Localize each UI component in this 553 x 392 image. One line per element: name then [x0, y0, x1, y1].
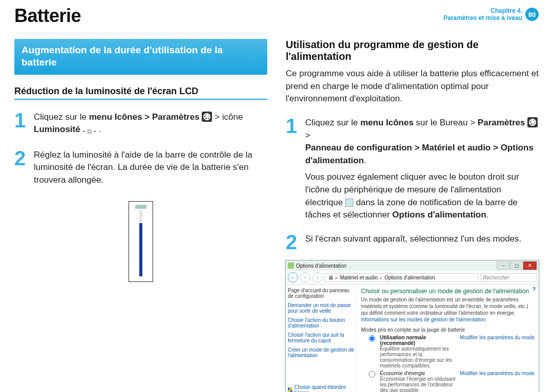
brightness-slider-figure: [129, 201, 153, 282]
power-options-dialog: Options d'alimentation – ▢ ✕ ← → ↑ 🖥▸ Ma…: [286, 260, 539, 392]
sidebar-home-link[interactable]: Page d'accueil du panneau de configurati…: [288, 288, 354, 299]
step-number-2-right: 2: [286, 233, 300, 251]
page-title: Batterie: [14, 5, 81, 27]
dialog-main-description: Un mode de gestion de l'alimentation est…: [361, 296, 535, 323]
sidebar-link-create-plan[interactable]: Créer un mode de gestion de l'alimentati…: [288, 347, 354, 358]
modify-plan-link[interactable]: Modifier les paramètres du mode: [460, 335, 535, 340]
up-button[interactable]: ↑: [312, 272, 323, 282]
chapter-block: Chapitre 4. Paramètres et mise à iveau 8…: [443, 7, 539, 22]
dialog-sidebar: Page d'accueil du panneau de configurati…: [286, 285, 356, 392]
sidebar-link-button-action[interactable]: Choisir l'action du bouton d'alimentatio…: [288, 317, 354, 329]
intro-paragraph: Ce programme vous aide à utiliser la bat…: [286, 68, 539, 105]
subheading-lcd: Réduction de la luminosité de l'écran LC…: [14, 86, 267, 100]
window-icon: [288, 263, 294, 269]
step-1-left: Cliquez sur le menu Icônes > Paramètres …: [34, 111, 267, 138]
forward-button[interactable]: →: [300, 272, 310, 282]
help-icon[interactable]: ?: [533, 287, 536, 292]
step-1-right: Cliquez sur le menu Icônes sur le Bureau…: [305, 117, 539, 222]
plan-name-balanced: Utilisation normale (recommandé): [380, 335, 457, 346]
sidebar-link-lid-action[interactable]: Choisir l'action qui suit la fermeture d…: [288, 332, 354, 343]
step-2-left: Réglez la luminosité à l'aide de la barr…: [34, 149, 267, 187]
back-button[interactable]: ←: [288, 272, 298, 282]
window-title: Options d'alimentation: [296, 263, 347, 269]
info-link[interactable]: Informations sur les modes de gestion de…: [361, 317, 486, 322]
step-2-right: Si l'écran suivant apparaît, sélectionne…: [305, 233, 539, 251]
sidebar-link-screen-off[interactable]: Choisir quand éteindre l'écran: [294, 384, 354, 392]
gear-icon: [202, 112, 212, 122]
step-number-2: 2: [14, 149, 29, 187]
gear-icon: [527, 117, 538, 127]
search-input[interactable]: Rechercher: [480, 273, 537, 282]
plan-radio-saver[interactable]: [369, 371, 375, 378]
plan-desc-balanced: Équilibre automatiquement les performanc…: [380, 346, 457, 368]
brightness-icon: -☼-: [82, 125, 96, 138]
breadcrumb[interactable]: 🖥▸ Matériel et audio▸ Options d'alimenta…: [325, 273, 478, 282]
plan-group-label: Modes pris en compte sur la jauge de bat…: [361, 327, 535, 333]
power-meter-icon: [345, 199, 353, 207]
plan-name-saver: Économie d'énergie: [380, 371, 457, 376]
section-banner: Augmentation de la durée d'utilisation d…: [14, 39, 267, 75]
modify-plan-link[interactable]: Modifier les paramètres du mode: [460, 371, 535, 376]
plan-desc-saver: Économise l'énergie en réduisant les per…: [380, 376, 457, 392]
chapter-line-1: Chapitre 4.: [443, 7, 522, 14]
plan-radio-balanced[interactable]: [369, 335, 375, 342]
page-number-badge: 80: [525, 8, 539, 21]
chapter-line-2: Paramètres et mise à iveau: [443, 14, 522, 21]
minimize-button[interactable]: –: [497, 262, 510, 270]
maximize-button[interactable]: ▢: [510, 262, 523, 270]
step-number-1-right: 1: [286, 117, 300, 222]
sidebar-link-password[interactable]: Demander un mot de passe pour sortir de …: [288, 302, 354, 314]
shield-icon: [288, 387, 292, 392]
close-button[interactable]: ✕: [523, 262, 537, 270]
subheading-power-program: Utilisation du programme de gestion de l…: [286, 39, 539, 62]
step-number-1: 1: [14, 111, 29, 138]
dialog-main-title: Choisir ou personnaliser un mode de gest…: [361, 288, 535, 295]
